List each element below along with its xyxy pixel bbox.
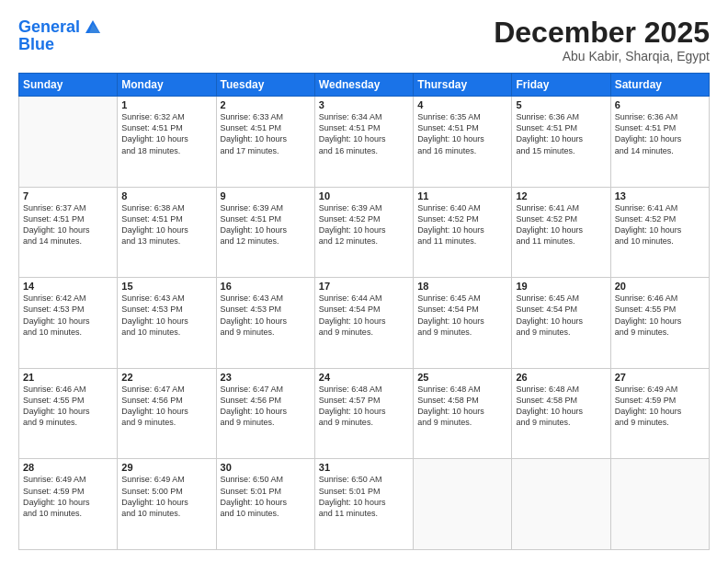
- day-info: Sunrise: 6:49 AM Sunset: 5:00 PM Dayligh…: [121, 474, 211, 519]
- day-number: 31: [319, 462, 409, 473]
- day-number: 12: [516, 190, 606, 201]
- logo-text: General: [18, 18, 80, 37]
- day-info: Sunrise: 6:49 AM Sunset: 4:59 PM Dayligh…: [615, 384, 705, 429]
- calendar-cell: 12Sunrise: 6:41 AM Sunset: 4:52 PM Dayli…: [512, 187, 610, 278]
- calendar-cell: 26Sunrise: 6:48 AM Sunset: 4:58 PM Dayli…: [512, 368, 610, 459]
- day-info: Sunrise: 6:36 AM Sunset: 4:51 PM Dayligh…: [516, 111, 606, 156]
- weekday-header: Wednesday: [314, 74, 413, 97]
- day-info: Sunrise: 6:42 AM Sunset: 4:53 PM Dayligh…: [23, 293, 113, 338]
- day-info: Sunrise: 6:50 AM Sunset: 5:01 PM Dayligh…: [221, 474, 311, 519]
- day-number: 30: [221, 462, 311, 473]
- calendar-cell: 17Sunrise: 6:44 AM Sunset: 4:54 PM Dayli…: [314, 278, 413, 369]
- weekday-header: Thursday: [414, 74, 512, 97]
- calendar-header-row: SundayMondayTuesdayWednesdayThursdayFrid…: [19, 74, 710, 97]
- logo-icon: [82, 17, 104, 39]
- day-number: 14: [23, 281, 113, 292]
- day-info: Sunrise: 6:47 AM Sunset: 4:56 PM Dayligh…: [121, 384, 211, 429]
- day-info: Sunrise: 6:45 AM Sunset: 4:54 PM Dayligh…: [516, 293, 606, 338]
- calendar-cell: 4Sunrise: 6:35 AM Sunset: 4:51 PM Daylig…: [414, 97, 512, 188]
- day-info: Sunrise: 6:35 AM Sunset: 4:51 PM Dayligh…: [417, 111, 507, 156]
- day-number: 4: [417, 99, 507, 110]
- day-info: Sunrise: 6:33 AM Sunset: 4:51 PM Dayligh…: [221, 111, 311, 156]
- day-number: 9: [221, 190, 311, 201]
- day-number: 24: [319, 372, 409, 383]
- location: Abu Kabir, Sharqia, Egypt: [494, 49, 710, 63]
- calendar-cell: 3Sunrise: 6:34 AM Sunset: 4:51 PM Daylig…: [314, 97, 413, 188]
- day-info: Sunrise: 6:48 AM Sunset: 4:58 PM Dayligh…: [417, 384, 507, 429]
- calendar-cell: [19, 97, 118, 188]
- calendar-cell: 25Sunrise: 6:48 AM Sunset: 4:58 PM Dayli…: [414, 368, 512, 459]
- calendar-cell: 18Sunrise: 6:45 AM Sunset: 4:54 PM Dayli…: [414, 278, 512, 369]
- day-info: Sunrise: 6:40 AM Sunset: 4:52 PM Dayligh…: [417, 202, 507, 247]
- day-number: 15: [121, 281, 211, 292]
- calendar-cell: 15Sunrise: 6:43 AM Sunset: 4:53 PM Dayli…: [118, 278, 216, 369]
- day-number: 23: [221, 372, 311, 383]
- day-info: Sunrise: 6:48 AM Sunset: 4:57 PM Dayligh…: [319, 384, 409, 429]
- calendar-cell: 13Sunrise: 6:41 AM Sunset: 4:52 PM Dayli…: [610, 187, 709, 278]
- day-number: 16: [221, 281, 311, 292]
- day-number: 11: [417, 190, 507, 201]
- day-number: 2: [221, 99, 311, 110]
- day-info: Sunrise: 6:37 AM Sunset: 4:51 PM Dayligh…: [23, 202, 113, 247]
- day-info: Sunrise: 6:50 AM Sunset: 5:01 PM Dayligh…: [319, 474, 409, 519]
- calendar-week-row: 7Sunrise: 6:37 AM Sunset: 4:51 PM Daylig…: [19, 187, 710, 278]
- calendar-cell: 20Sunrise: 6:46 AM Sunset: 4:55 PM Dayli…: [610, 278, 709, 369]
- day-info: Sunrise: 6:36 AM Sunset: 4:51 PM Dayligh…: [615, 111, 705, 156]
- calendar-cell: 29Sunrise: 6:49 AM Sunset: 5:00 PM Dayli…: [118, 459, 216, 550]
- calendar-cell: 28Sunrise: 6:49 AM Sunset: 4:59 PM Dayli…: [19, 459, 118, 550]
- header: General Blue December 2025 Abu Kabir, Sh…: [18, 17, 710, 63]
- calendar-cell: [414, 459, 512, 550]
- calendar-cell: 5Sunrise: 6:36 AM Sunset: 4:51 PM Daylig…: [512, 97, 610, 188]
- calendar-cell: 22Sunrise: 6:47 AM Sunset: 4:56 PM Dayli…: [118, 368, 216, 459]
- calendar-cell: 8Sunrise: 6:38 AM Sunset: 4:51 PM Daylig…: [118, 187, 216, 278]
- day-number: 19: [516, 281, 606, 292]
- calendar-cell: 14Sunrise: 6:42 AM Sunset: 4:53 PM Dayli…: [19, 278, 118, 369]
- day-info: Sunrise: 6:41 AM Sunset: 4:52 PM Dayligh…: [615, 202, 705, 247]
- day-info: Sunrise: 6:46 AM Sunset: 4:55 PM Dayligh…: [23, 384, 113, 429]
- calendar-table: SundayMondayTuesdayWednesdayThursdayFrid…: [18, 73, 710, 550]
- calendar-cell: 21Sunrise: 6:46 AM Sunset: 4:55 PM Dayli…: [19, 368, 118, 459]
- day-number: 21: [23, 372, 113, 383]
- day-number: 26: [516, 372, 606, 383]
- day-info: Sunrise: 6:39 AM Sunset: 4:52 PM Dayligh…: [319, 202, 409, 247]
- calendar-week-row: 14Sunrise: 6:42 AM Sunset: 4:53 PM Dayli…: [19, 278, 710, 369]
- calendar-cell: 2Sunrise: 6:33 AM Sunset: 4:51 PM Daylig…: [216, 97, 314, 188]
- day-info: Sunrise: 6:47 AM Sunset: 4:56 PM Dayligh…: [221, 384, 311, 429]
- month-title: December 2025: [494, 17, 710, 49]
- calendar-cell: 23Sunrise: 6:47 AM Sunset: 4:56 PM Dayli…: [216, 368, 314, 459]
- day-number: 6: [615, 99, 705, 110]
- logo: General Blue: [18, 17, 104, 54]
- day-number: 7: [23, 190, 113, 201]
- calendar-week-row: 1Sunrise: 6:32 AM Sunset: 4:51 PM Daylig…: [19, 97, 710, 188]
- calendar-cell: 11Sunrise: 6:40 AM Sunset: 4:52 PM Dayli…: [414, 187, 512, 278]
- day-number: 3: [319, 99, 409, 110]
- calendar-week-row: 21Sunrise: 6:46 AM Sunset: 4:55 PM Dayli…: [19, 368, 710, 459]
- calendar-cell: 19Sunrise: 6:45 AM Sunset: 4:54 PM Dayli…: [512, 278, 610, 369]
- calendar-cell: 24Sunrise: 6:48 AM Sunset: 4:57 PM Dayli…: [314, 368, 413, 459]
- calendar-cell: 27Sunrise: 6:49 AM Sunset: 4:59 PM Dayli…: [610, 368, 709, 459]
- calendar-cell: 10Sunrise: 6:39 AM Sunset: 4:52 PM Dayli…: [314, 187, 413, 278]
- day-info: Sunrise: 6:45 AM Sunset: 4:54 PM Dayligh…: [417, 293, 507, 338]
- calendar-cell: 6Sunrise: 6:36 AM Sunset: 4:51 PM Daylig…: [610, 97, 709, 188]
- day-number: 10: [319, 190, 409, 201]
- weekday-header: Sunday: [19, 74, 118, 97]
- weekday-header: Saturday: [610, 74, 709, 97]
- day-number: 13: [615, 190, 705, 201]
- day-info: Sunrise: 6:39 AM Sunset: 4:51 PM Dayligh…: [221, 202, 311, 247]
- day-number: 8: [121, 190, 211, 201]
- weekday-header: Tuesday: [216, 74, 314, 97]
- day-number: 28: [23, 462, 113, 473]
- weekday-header: Friday: [512, 74, 610, 97]
- day-number: 29: [121, 462, 211, 473]
- calendar-week-row: 28Sunrise: 6:49 AM Sunset: 4:59 PM Dayli…: [19, 459, 710, 550]
- day-info: Sunrise: 6:48 AM Sunset: 4:58 PM Dayligh…: [516, 384, 606, 429]
- page: General Blue December 2025 Abu Kabir, Sh…: [0, 0, 728, 563]
- calendar-cell: 9Sunrise: 6:39 AM Sunset: 4:51 PM Daylig…: [216, 187, 314, 278]
- day-number: 22: [121, 372, 211, 383]
- day-number: 18: [417, 281, 507, 292]
- day-number: 17: [319, 281, 409, 292]
- calendar-cell: 1Sunrise: 6:32 AM Sunset: 4:51 PM Daylig…: [118, 97, 216, 188]
- day-number: 27: [615, 372, 705, 383]
- calendar-cell: 7Sunrise: 6:37 AM Sunset: 4:51 PM Daylig…: [19, 187, 118, 278]
- calendar-cell: 31Sunrise: 6:50 AM Sunset: 5:01 PM Dayli…: [314, 459, 413, 550]
